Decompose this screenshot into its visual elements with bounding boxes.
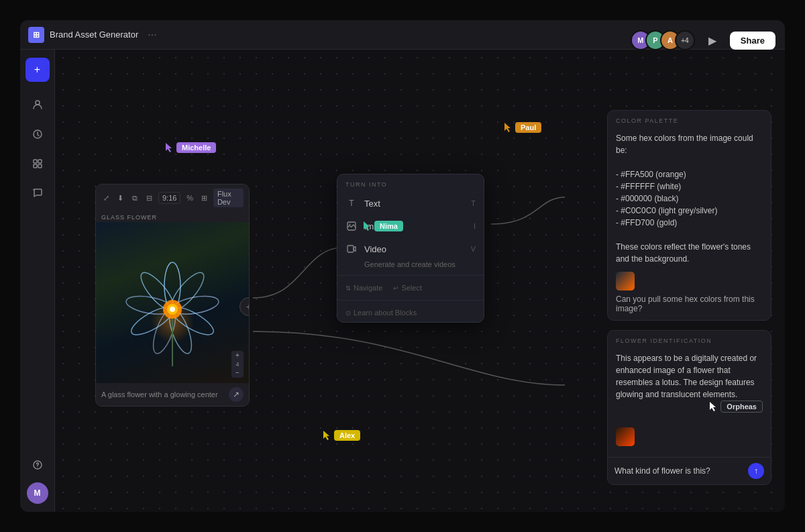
svg-rect-5 bbox=[38, 164, 42, 168]
image-icon bbox=[345, 220, 358, 232]
sidebar-chat-button[interactable] bbox=[25, 181, 50, 205]
avatar-stack: M P A +4 bbox=[631, 30, 695, 50]
logo-icon: ⊞ bbox=[28, 27, 44, 43]
menu-item-image[interactable]: Image I bbox=[337, 215, 484, 237]
share-button[interactable]: Share bbox=[730, 32, 775, 50]
image-caption-text: A glass flower with a glowing center bbox=[101, 390, 218, 398]
nima-label: Nima bbox=[374, 221, 403, 231]
learn-icon: ⊙ bbox=[345, 309, 351, 317]
title-dots-menu[interactable]: ··· bbox=[148, 29, 156, 41]
menu-item-text[interactable]: T Text T bbox=[337, 192, 484, 215]
flower-id-thumb bbox=[616, 427, 635, 446]
zoom-out-button[interactable]: − bbox=[231, 368, 244, 378]
window-frame: ⊞ Brand Asset Generator ··· M P A +4 ▶ S… bbox=[20, 20, 785, 512]
svg-rect-24 bbox=[347, 246, 354, 252]
select-icon: ↵ bbox=[393, 284, 398, 292]
zoom-in-button[interactable]: + bbox=[231, 351, 244, 360]
settings-button[interactable]: ⊟ bbox=[144, 191, 154, 205]
flower-id-messages: This appears to be a digitally created o… bbox=[608, 348, 771, 457]
menu-video-label: Video bbox=[364, 244, 386, 254]
turn-into-menu: TURN INTO T Text T Image I Video V bbox=[337, 174, 484, 323]
play-button[interactable]: ▶ bbox=[702, 30, 723, 51]
cursor-michelle: Michelle bbox=[166, 142, 216, 153]
color-palette-messages: Some hex colors from the image could be:… bbox=[608, 128, 771, 320]
panel-right: COLOR PALETTE Some hex colors from the i… bbox=[607, 110, 771, 485]
zoom-controls-area: + 4 − bbox=[231, 351, 244, 378]
canvas-area[interactable]: ⤢ ⬇ ⧉ ⊟ 9:16 % ⊞ Flux Dev GLASS FLOWER bbox=[55, 50, 785, 512]
logo-area: ⊞ Brand Asset Generator ··· bbox=[28, 27, 157, 43]
color-palette-message: Some hex colors from the image could be:… bbox=[616, 132, 763, 265]
svg-point-20 bbox=[170, 307, 175, 312]
avatar-count[interactable]: +4 bbox=[675, 30, 695, 50]
left-sidebar: + M bbox=[20, 50, 55, 512]
michelle-label: Michelle bbox=[176, 142, 216, 153]
svg-rect-3 bbox=[38, 160, 42, 163]
video-shortcut: V bbox=[471, 245, 476, 253]
menu-divider-2 bbox=[337, 300, 484, 301]
flower-id-input-row: ↑ bbox=[608, 457, 771, 484]
navigate-icon: ⇅ bbox=[345, 284, 351, 292]
navigate-footer-item[interactable]: ⇅ Navigate bbox=[345, 284, 382, 292]
turn-into-header: TURN INTO bbox=[337, 174, 484, 192]
menu-divider bbox=[337, 275, 484, 276]
cursor-alex: Alex bbox=[323, 430, 360, 441]
image-container: + 4 − bbox=[96, 222, 249, 383]
color-palette-thumb bbox=[616, 272, 635, 290]
flower-id-header: FLOWER IDENTIFICATION bbox=[608, 331, 771, 348]
sidebar-grid-button[interactable] bbox=[25, 152, 50, 176]
image-block: ⤢ ⬇ ⧉ ⊟ 9:16 % ⊞ Flux Dev GLASS FLOWER bbox=[95, 184, 250, 407]
copy-button[interactable]: ⧉ bbox=[130, 191, 140, 205]
paul-label: Paul bbox=[515, 122, 541, 133]
svg-point-23 bbox=[350, 224, 351, 225]
learn-label: Learn about Blocks bbox=[354, 309, 417, 317]
svg-rect-4 bbox=[34, 164, 37, 168]
video-icon bbox=[345, 243, 358, 255]
text-shortcut: T bbox=[471, 199, 476, 207]
text-icon: T bbox=[345, 197, 358, 209]
grid-toggle-button[interactable]: ⊞ bbox=[199, 191, 209, 205]
video-description: Generate and create videos bbox=[356, 260, 484, 272]
flower-id-message: This appears to be a digitally created o… bbox=[616, 352, 763, 401]
sidebar-history-button[interactable] bbox=[25, 122, 50, 146]
flower-id-send-button[interactable]: ↑ bbox=[748, 463, 764, 479]
block-ratio: 9:16 bbox=[158, 192, 180, 204]
caption-expand-button[interactable]: ↗ bbox=[229, 387, 244, 402]
color-palette-user-row bbox=[616, 272, 763, 290]
image-block-toolbar: ⤢ ⬇ ⧉ ⊟ 9:16 % ⊞ Flux Dev bbox=[96, 184, 249, 211]
learn-blocks-item[interactable]: ⊙ Learn about Blocks bbox=[345, 309, 417, 317]
expand-button[interactable]: ⤢ bbox=[101, 191, 111, 205]
image-shortcut: I bbox=[474, 222, 476, 230]
flower-id-panel: FLOWER IDENTIFICATION This appears to be… bbox=[607, 330, 771, 485]
add-block-button[interactable]: + bbox=[25, 58, 50, 82]
select-footer-item[interactable]: ↵ Select bbox=[393, 284, 422, 292]
percent-button[interactable]: % bbox=[184, 191, 195, 205]
orpheas-cursor: Orpheas bbox=[710, 401, 763, 413]
image-label: GLASS FLOWER bbox=[96, 211, 249, 222]
cursor-nima: Nima bbox=[364, 221, 403, 231]
navigate-label: Navigate bbox=[354, 284, 382, 292]
color-palette-header: COLOR PALETTE bbox=[608, 111, 771, 128]
flux-badge[interactable]: Flux Dev bbox=[213, 189, 244, 207]
svg-point-7 bbox=[37, 467, 38, 468]
image-caption-row: A glass flower with a glowing center ↗ bbox=[96, 383, 249, 406]
flower-id-input[interactable] bbox=[614, 466, 743, 476]
svg-rect-2 bbox=[34, 160, 37, 163]
flower-id-thumb-row bbox=[616, 427, 763, 446]
user-avatar-sidebar[interactable]: M bbox=[27, 482, 48, 504]
color-palette-question: Can you pull some hex colors from this i… bbox=[616, 295, 763, 313]
svg-point-0 bbox=[36, 101, 40, 105]
cursor-paul: Paul bbox=[504, 122, 541, 133]
select-label: Select bbox=[401, 284, 422, 292]
menu-item-video[interactable]: Video V bbox=[337, 237, 484, 260]
app-title: Brand Asset Generator bbox=[50, 30, 138, 40]
sidebar-help-button[interactable] bbox=[25, 453, 50, 477]
color-palette-panel: COLOR PALETTE Some hex colors from the i… bbox=[607, 110, 771, 321]
collab-area: M P A +4 ▶ Share bbox=[631, 30, 775, 51]
download-button[interactable]: ⬇ bbox=[115, 191, 125, 205]
menu-text-label: Text bbox=[364, 199, 380, 209]
alex-label: Alex bbox=[334, 430, 360, 441]
zoom-number: 4 bbox=[235, 360, 239, 368]
menu-footer: ⇅ Navigate ↵ Select bbox=[337, 278, 484, 297]
sidebar-users-button[interactable] bbox=[25, 93, 50, 117]
learn-footer: ⊙ Learn about Blocks bbox=[337, 303, 484, 322]
